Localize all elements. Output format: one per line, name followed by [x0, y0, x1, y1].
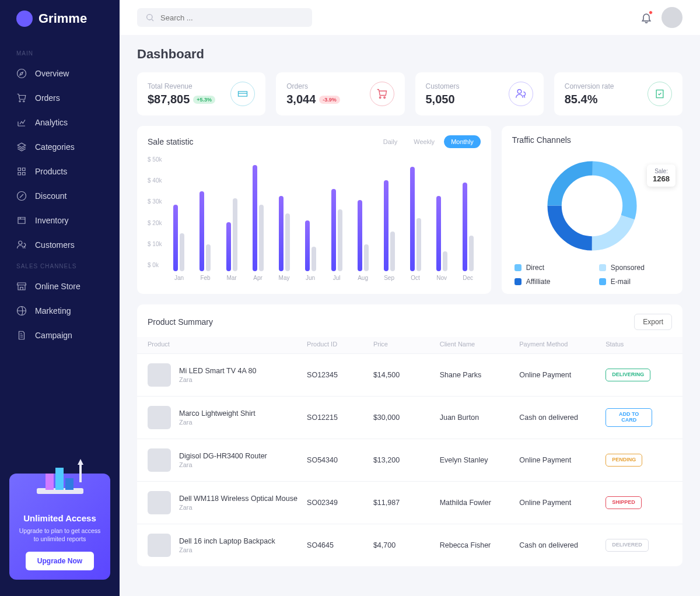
product-name: Marco Lightweight Shirt: [179, 409, 256, 418]
product-price: $13,200: [373, 456, 440, 464]
sidebar-item-customers[interactable]: Customers: [0, 233, 120, 257]
bar-secondary: [364, 244, 369, 271]
sidebar-item-analytics[interactable]: Analytics: [0, 110, 120, 135]
bar-secondary: [180, 233, 184, 271]
product-brand: Zara: [179, 419, 256, 426]
bar-primary: [410, 167, 415, 271]
table-row[interactable]: Mi LED Smart TV 4A 80 Zara SO12345 $14,5…: [137, 353, 682, 396]
upgrade-title: Unlimited Access: [18, 513, 102, 523]
svg-marker-0: [78, 459, 83, 465]
product-thumbnail: [148, 448, 171, 472]
product-id: SO4645: [307, 541, 373, 549]
product-thumbnail: [148, 363, 171, 387]
bar-primary: [331, 189, 336, 271]
traffic-channels-panel: Traffic Channels Sale: 1268 DirectSponso…: [502, 126, 682, 294]
sidebar-item-orders[interactable]: Orders: [0, 86, 120, 110]
table-row[interactable]: Dell WM118 Wireless Optical Mouse Zara S…: [137, 481, 682, 524]
chart-month-col: Jul: [324, 160, 349, 281]
product-brand: Zara: [179, 376, 256, 383]
sidebar-item-label: Categories: [35, 142, 75, 152]
column-header: Product: [148, 341, 307, 348]
chart-y-axis: $ 50k$ 40k$ 30k$ 20k$ 10k$ 0k: [148, 154, 166, 282]
column-header: Client Name: [440, 341, 520, 348]
product-summary-title: Product Summary: [148, 317, 213, 327]
sidebar-item-categories[interactable]: Categories: [0, 135, 120, 159]
legend-label: Sponsored: [611, 264, 645, 272]
sidebar-item-products[interactable]: Products: [0, 159, 120, 184]
notifications-button[interactable]: [640, 12, 652, 23]
sale-statistic-panel: Sale statistic DailyWeeklyMonthly $ 50k$…: [137, 126, 491, 294]
search-input[interactable]: [160, 13, 304, 22]
sidebar-item-label: Discount: [35, 191, 66, 201]
upgrade-subtitle: Upgrade to plan to get access to unlimit…: [18, 527, 102, 544]
stat-delta: +5.3%: [193, 96, 215, 104]
column-header: Product ID: [307, 341, 373, 348]
bar-secondary: [285, 213, 290, 271]
users-icon: [16, 240, 27, 250]
sidebar-item-discount[interactable]: Discount: [0, 184, 120, 208]
chart-month-col: Oct: [403, 160, 428, 281]
sidebar-item-campaign[interactable]: Campaign: [0, 323, 120, 348]
bar-secondary: [443, 251, 447, 271]
product-name: Dell WM118 Wireless Optical Mouse: [179, 495, 298, 503]
search-box[interactable]: [137, 8, 312, 27]
legend-swatch: [514, 264, 522, 271]
stat-card-orders: Orders 3,044-3.9%: [276, 72, 404, 115]
sidebar-item-overview[interactable]: Overview: [0, 61, 120, 86]
legend-item: E-mail: [599, 278, 670, 286]
table-body: Mi LED Smart TV 4A 80 Zara SO12345 $14,5…: [137, 353, 682, 566]
export-button[interactable]: Export: [634, 314, 672, 330]
sidebar-item-label: Online Store: [35, 282, 80, 291]
chart-month-col: Feb: [192, 160, 218, 281]
stat-delta: -3.9%: [319, 96, 340, 104]
bar-primary: [226, 222, 231, 271]
main: Dashboard Total Revenue $87,805+5.3% Ord…: [120, 0, 700, 596]
product-thumbnail: [148, 491, 171, 514]
chart-month-col: Apr: [246, 160, 271, 281]
sale-chart-title: Sale statistic: [148, 137, 194, 146]
sidebar-item-online-store[interactable]: Online Store: [0, 274, 120, 299]
legend-label: Direct: [526, 264, 544, 272]
client-name: Shane Parks: [440, 371, 520, 379]
x-tick-label: Jul: [333, 275, 341, 281]
chart-tab-monthly[interactable]: Monthly: [444, 135, 481, 148]
product-price: $30,000: [373, 413, 440, 422]
sidebar-item-label: Orders: [35, 93, 60, 103]
table-row[interactable]: Marco Lightweight Shirt Zara SO12215 $30…: [137, 396, 682, 439]
status-badge: DELIVERED: [606, 539, 649, 552]
sidebar-item-label: Customers: [35, 240, 75, 250]
sidebar-item-label: Overview: [35, 69, 69, 78]
x-tick-label: Jun: [306, 275, 315, 281]
column-header: Status: [606, 341, 672, 348]
donut-tooltip-value: 1268: [653, 174, 670, 183]
legend-label: Affilliate: [526, 278, 551, 286]
donut-tooltip: Sale: 1268: [647, 164, 676, 187]
bar-primary: [384, 180, 388, 271]
chart-tab-daily[interactable]: Daily: [376, 135, 404, 148]
product-brand: Zara: [179, 546, 275, 553]
product-name: Digisol DG-HR3400 Router: [179, 452, 267, 460]
column-header: Payment Method: [519, 341, 606, 348]
bar-secondary: [233, 198, 237, 271]
sidebar-item-marketing[interactable]: Marketing: [0, 299, 120, 323]
note-icon: [16, 330, 27, 341]
traffic-donut-chart: [542, 156, 642, 255]
chart-tab-weekly[interactable]: Weekly: [407, 135, 442, 148]
chart-range-tabs: DailyWeeklyMonthly: [376, 135, 481, 148]
product-id: SO12345: [307, 371, 373, 379]
compass-icon: [16, 68, 27, 79]
x-tick-label: Dec: [463, 275, 473, 281]
product-thumbnail: [148, 534, 171, 557]
sidebar-item-label: Campaign: [35, 331, 72, 340]
table-row[interactable]: Digisol DG-HR3400 Router Zara SO54340 $1…: [137, 439, 682, 481]
bar-primary: [200, 191, 204, 271]
y-tick-label: $ 50k: [148, 156, 162, 163]
chart-month-col: Aug: [351, 160, 376, 281]
upgrade-button[interactable]: Upgrade Now: [26, 552, 94, 570]
sidebar-item-label: Inventory: [35, 216, 69, 225]
sidebar-item-inventory[interactable]: Inventory: [0, 208, 120, 233]
stat-icon: [648, 82, 672, 106]
avatar[interactable]: [662, 7, 682, 28]
table-row[interactable]: Dell 16 inch Laptop Backpack Zara SO4645…: [137, 524, 682, 566]
x-tick-label: Sep: [384, 275, 394, 281]
